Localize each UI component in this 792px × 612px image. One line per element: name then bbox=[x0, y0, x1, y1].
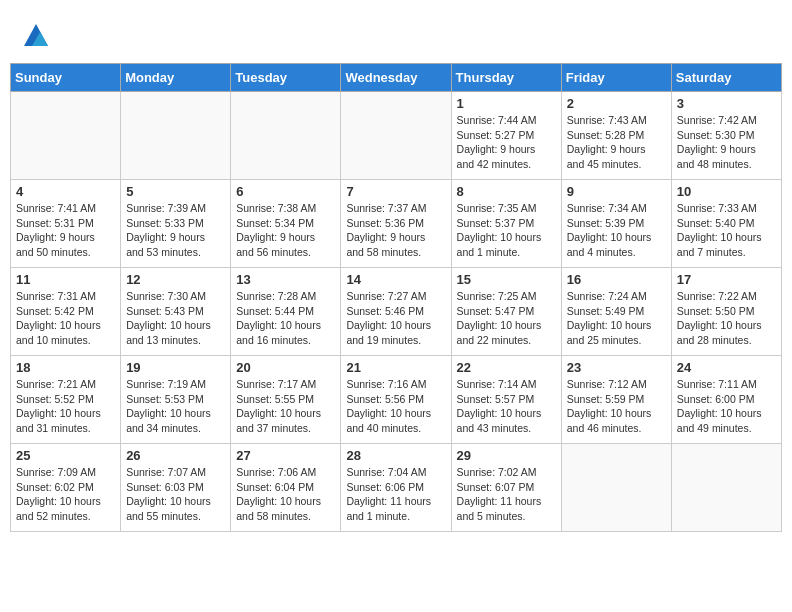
day-info: Sunrise: 7:12 AM Sunset: 5:59 PM Dayligh… bbox=[567, 377, 666, 436]
day-number: 2 bbox=[567, 96, 666, 111]
weekday-header-thursday: Thursday bbox=[451, 64, 561, 92]
day-info: Sunrise: 7:31 AM Sunset: 5:42 PM Dayligh… bbox=[16, 289, 115, 348]
week-row-1: 1Sunrise: 7:44 AM Sunset: 5:27 PM Daylig… bbox=[11, 92, 782, 180]
calendar-cell: 15Sunrise: 7:25 AM Sunset: 5:47 PM Dayli… bbox=[451, 268, 561, 356]
day-number: 6 bbox=[236, 184, 335, 199]
day-info: Sunrise: 7:04 AM Sunset: 6:06 PM Dayligh… bbox=[346, 465, 445, 524]
day-number: 20 bbox=[236, 360, 335, 375]
day-info: Sunrise: 7:24 AM Sunset: 5:49 PM Dayligh… bbox=[567, 289, 666, 348]
day-number: 13 bbox=[236, 272, 335, 287]
calendar-cell: 22Sunrise: 7:14 AM Sunset: 5:57 PM Dayli… bbox=[451, 356, 561, 444]
day-number: 1 bbox=[457, 96, 556, 111]
calendar-cell: 17Sunrise: 7:22 AM Sunset: 5:50 PM Dayli… bbox=[671, 268, 781, 356]
calendar-cell: 12Sunrise: 7:30 AM Sunset: 5:43 PM Dayli… bbox=[121, 268, 231, 356]
day-number: 3 bbox=[677, 96, 776, 111]
week-row-2: 4Sunrise: 7:41 AM Sunset: 5:31 PM Daylig… bbox=[11, 180, 782, 268]
weekday-header-saturday: Saturday bbox=[671, 64, 781, 92]
day-info: Sunrise: 7:14 AM Sunset: 5:57 PM Dayligh… bbox=[457, 377, 556, 436]
day-info: Sunrise: 7:39 AM Sunset: 5:33 PM Dayligh… bbox=[126, 201, 225, 260]
calendar-cell: 4Sunrise: 7:41 AM Sunset: 5:31 PM Daylig… bbox=[11, 180, 121, 268]
day-number: 28 bbox=[346, 448, 445, 463]
calendar-cell: 11Sunrise: 7:31 AM Sunset: 5:42 PM Dayli… bbox=[11, 268, 121, 356]
calendar-cell: 10Sunrise: 7:33 AM Sunset: 5:40 PM Dayli… bbox=[671, 180, 781, 268]
day-info: Sunrise: 7:06 AM Sunset: 6:04 PM Dayligh… bbox=[236, 465, 335, 524]
calendar-cell: 5Sunrise: 7:39 AM Sunset: 5:33 PM Daylig… bbox=[121, 180, 231, 268]
day-number: 25 bbox=[16, 448, 115, 463]
calendar-cell bbox=[341, 92, 451, 180]
logo-icon bbox=[22, 20, 50, 48]
calendar-cell: 19Sunrise: 7:19 AM Sunset: 5:53 PM Dayli… bbox=[121, 356, 231, 444]
calendar-cell bbox=[11, 92, 121, 180]
calendar-cell: 25Sunrise: 7:09 AM Sunset: 6:02 PM Dayli… bbox=[11, 444, 121, 532]
calendar-cell: 14Sunrise: 7:27 AM Sunset: 5:46 PM Dayli… bbox=[341, 268, 451, 356]
day-info: Sunrise: 7:19 AM Sunset: 5:53 PM Dayligh… bbox=[126, 377, 225, 436]
day-number: 29 bbox=[457, 448, 556, 463]
logo bbox=[20, 20, 50, 53]
calendar-cell: 18Sunrise: 7:21 AM Sunset: 5:52 PM Dayli… bbox=[11, 356, 121, 444]
calendar-cell: 20Sunrise: 7:17 AM Sunset: 5:55 PM Dayli… bbox=[231, 356, 341, 444]
calendar-cell bbox=[671, 444, 781, 532]
day-info: Sunrise: 7:33 AM Sunset: 5:40 PM Dayligh… bbox=[677, 201, 776, 260]
weekday-header-wednesday: Wednesday bbox=[341, 64, 451, 92]
week-row-4: 18Sunrise: 7:21 AM Sunset: 5:52 PM Dayli… bbox=[11, 356, 782, 444]
calendar-cell bbox=[561, 444, 671, 532]
day-info: Sunrise: 7:44 AM Sunset: 5:27 PM Dayligh… bbox=[457, 113, 556, 172]
weekday-header-friday: Friday bbox=[561, 64, 671, 92]
calendar-cell: 2Sunrise: 7:43 AM Sunset: 5:28 PM Daylig… bbox=[561, 92, 671, 180]
day-info: Sunrise: 7:16 AM Sunset: 5:56 PM Dayligh… bbox=[346, 377, 445, 436]
day-number: 9 bbox=[567, 184, 666, 199]
day-number: 23 bbox=[567, 360, 666, 375]
day-info: Sunrise: 7:22 AM Sunset: 5:50 PM Dayligh… bbox=[677, 289, 776, 348]
day-number: 17 bbox=[677, 272, 776, 287]
calendar-cell: 6Sunrise: 7:38 AM Sunset: 5:34 PM Daylig… bbox=[231, 180, 341, 268]
day-number: 11 bbox=[16, 272, 115, 287]
day-info: Sunrise: 7:07 AM Sunset: 6:03 PM Dayligh… bbox=[126, 465, 225, 524]
calendar-cell: 13Sunrise: 7:28 AM Sunset: 5:44 PM Dayli… bbox=[231, 268, 341, 356]
weekday-header-row: SundayMondayTuesdayWednesdayThursdayFrid… bbox=[11, 64, 782, 92]
calendar-cell: 1Sunrise: 7:44 AM Sunset: 5:27 PM Daylig… bbox=[451, 92, 561, 180]
day-info: Sunrise: 7:17 AM Sunset: 5:55 PM Dayligh… bbox=[236, 377, 335, 436]
calendar-table: SundayMondayTuesdayWednesdayThursdayFrid… bbox=[10, 63, 782, 532]
day-number: 26 bbox=[126, 448, 225, 463]
day-number: 24 bbox=[677, 360, 776, 375]
calendar-cell: 16Sunrise: 7:24 AM Sunset: 5:49 PM Dayli… bbox=[561, 268, 671, 356]
day-info: Sunrise: 7:28 AM Sunset: 5:44 PM Dayligh… bbox=[236, 289, 335, 348]
calendar-cell: 24Sunrise: 7:11 AM Sunset: 6:00 PM Dayli… bbox=[671, 356, 781, 444]
day-number: 7 bbox=[346, 184, 445, 199]
day-info: Sunrise: 7:43 AM Sunset: 5:28 PM Dayligh… bbox=[567, 113, 666, 172]
calendar-cell: 9Sunrise: 7:34 AM Sunset: 5:39 PM Daylig… bbox=[561, 180, 671, 268]
day-number: 10 bbox=[677, 184, 776, 199]
calendar-cell bbox=[231, 92, 341, 180]
day-info: Sunrise: 7:25 AM Sunset: 5:47 PM Dayligh… bbox=[457, 289, 556, 348]
day-number: 15 bbox=[457, 272, 556, 287]
day-info: Sunrise: 7:27 AM Sunset: 5:46 PM Dayligh… bbox=[346, 289, 445, 348]
calendar-cell: 7Sunrise: 7:37 AM Sunset: 5:36 PM Daylig… bbox=[341, 180, 451, 268]
day-number: 27 bbox=[236, 448, 335, 463]
calendar-cell: 29Sunrise: 7:02 AM Sunset: 6:07 PM Dayli… bbox=[451, 444, 561, 532]
calendar-cell: 21Sunrise: 7:16 AM Sunset: 5:56 PM Dayli… bbox=[341, 356, 451, 444]
weekday-header-sunday: Sunday bbox=[11, 64, 121, 92]
week-row-3: 11Sunrise: 7:31 AM Sunset: 5:42 PM Dayli… bbox=[11, 268, 782, 356]
day-info: Sunrise: 7:30 AM Sunset: 5:43 PM Dayligh… bbox=[126, 289, 225, 348]
week-row-5: 25Sunrise: 7:09 AM Sunset: 6:02 PM Dayli… bbox=[11, 444, 782, 532]
day-info: Sunrise: 7:42 AM Sunset: 5:30 PM Dayligh… bbox=[677, 113, 776, 172]
day-number: 21 bbox=[346, 360, 445, 375]
day-info: Sunrise: 7:21 AM Sunset: 5:52 PM Dayligh… bbox=[16, 377, 115, 436]
day-number: 22 bbox=[457, 360, 556, 375]
calendar-cell: 28Sunrise: 7:04 AM Sunset: 6:06 PM Dayli… bbox=[341, 444, 451, 532]
header bbox=[10, 10, 782, 58]
day-number: 14 bbox=[346, 272, 445, 287]
day-number: 18 bbox=[16, 360, 115, 375]
calendar-cell bbox=[121, 92, 231, 180]
calendar-cell: 3Sunrise: 7:42 AM Sunset: 5:30 PM Daylig… bbox=[671, 92, 781, 180]
calendar-cell: 23Sunrise: 7:12 AM Sunset: 5:59 PM Dayli… bbox=[561, 356, 671, 444]
day-info: Sunrise: 7:37 AM Sunset: 5:36 PM Dayligh… bbox=[346, 201, 445, 260]
calendar-cell: 8Sunrise: 7:35 AM Sunset: 5:37 PM Daylig… bbox=[451, 180, 561, 268]
day-number: 8 bbox=[457, 184, 556, 199]
calendar-cell: 27Sunrise: 7:06 AM Sunset: 6:04 PM Dayli… bbox=[231, 444, 341, 532]
day-number: 19 bbox=[126, 360, 225, 375]
weekday-header-monday: Monday bbox=[121, 64, 231, 92]
day-info: Sunrise: 7:11 AM Sunset: 6:00 PM Dayligh… bbox=[677, 377, 776, 436]
day-info: Sunrise: 7:41 AM Sunset: 5:31 PM Dayligh… bbox=[16, 201, 115, 260]
day-info: Sunrise: 7:34 AM Sunset: 5:39 PM Dayligh… bbox=[567, 201, 666, 260]
